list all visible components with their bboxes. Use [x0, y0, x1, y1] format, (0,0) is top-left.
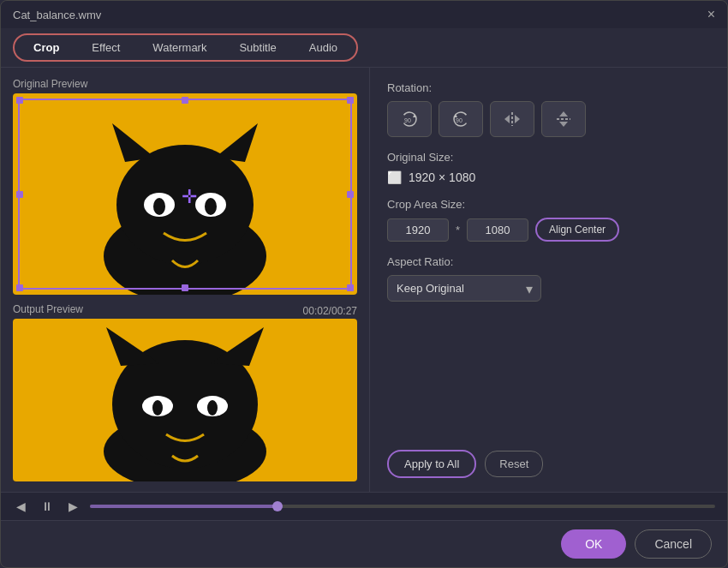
original-preview-box: ✛: [13, 93, 357, 295]
cancel-button[interactable]: Cancel: [635, 529, 712, 559]
svg-text:90: 90: [456, 117, 462, 123]
content-area: Original Preview: [1, 68, 727, 492]
orig-size-row: ⬜ 1920 × 1080: [387, 170, 710, 184]
footer: OK Cancel: [1, 520, 727, 567]
action-buttons-row: Apply to All Reset: [387, 450, 710, 478]
rotate-cw-button[interactable]: 90: [387, 101, 432, 137]
crop-area-row: * Align Center: [387, 218, 710, 242]
app-window: Cat_balance.wmv × Crop Effect Watermark …: [0, 0, 728, 568]
output-preview-box: [13, 319, 357, 481]
svg-marker-10: [106, 327, 159, 366]
flip-h-button[interactable]: [490, 101, 534, 137]
svg-marker-24: [559, 111, 568, 117]
svg-point-6: [153, 198, 165, 215]
pause-button[interactable]: ⏸: [38, 498, 57, 515]
apply-all-button[interactable]: Apply to All: [387, 450, 476, 478]
original-size-section: Original Size: ⬜ 1920 × 1080: [387, 151, 710, 184]
aspect-ratio-wrapper: Keep Original 16:9 4:3 1:1 9:16 Custom: [387, 275, 541, 302]
rotate-ccw-button[interactable]: 90: [439, 101, 483, 137]
flip-h-icon: [503, 110, 522, 129]
cat-figure-output: [74, 327, 296, 481]
cat-figure-original: [74, 115, 296, 295]
tabs-wrapper: Crop Effect Watermark Subtitle Audio: [13, 33, 358, 62]
size-frame-icon: ⬜: [387, 170, 402, 184]
crop-area-label: Crop Area Size:: [387, 198, 710, 211]
original-preview-label: Original Preview: [13, 78, 357, 90]
time-display: 00:02/00:27: [303, 305, 357, 317]
align-center-button[interactable]: Align Center: [535, 218, 619, 242]
crop-width-input[interactable]: [387, 218, 449, 242]
tab-effect[interactable]: Effect: [76, 37, 135, 58]
svg-marker-11: [211, 327, 264, 366]
left-panel: Original Preview: [1, 68, 369, 492]
svg-marker-21: [504, 115, 510, 123]
svg-marker-25: [559, 122, 568, 127]
svg-point-7: [205, 198, 217, 215]
step-forward-button[interactable]: ▶: [65, 498, 81, 515]
aspect-ratio-label: Aspect Ratio:: [387, 255, 710, 268]
ok-button[interactable]: OK: [561, 529, 626, 559]
aspect-ratio-section: Aspect Ratio: Keep Original 16:9 4:3 1:1…: [387, 255, 710, 302]
rotation-label: Rotation:: [387, 81, 710, 94]
progress-thumb[interactable]: [272, 501, 283, 511]
reset-button[interactable]: Reset: [485, 451, 543, 477]
flip-v-icon: [554, 110, 573, 129]
svg-point-15: [207, 400, 218, 416]
window-title: Cat_balance.wmv: [13, 9, 101, 21]
svg-point-14: [152, 400, 163, 416]
controls-bar: ◀ ⏸ ▶: [1, 492, 727, 520]
rotation-section: Rotation: 90 90: [387, 81, 710, 137]
close-button[interactable]: ×: [707, 8, 715, 21]
output-preview-label: Output Preview: [13, 303, 83, 315]
tabs-row: Crop Effect Watermark Subtitle Audio: [1, 28, 727, 68]
original-size-label: Original Size:: [387, 151, 710, 164]
tab-crop[interactable]: Crop: [18, 37, 75, 58]
progress-fill: [90, 505, 277, 508]
svg-marker-2: [112, 123, 155, 162]
rotate-cw-icon: 90: [400, 110, 419, 129]
tab-audio[interactable]: Audio: [294, 37, 353, 58]
rotate-ccw-icon: 90: [451, 110, 470, 129]
original-preview-section: Original Preview: [13, 78, 357, 295]
step-back-button[interactable]: ◀: [13, 498, 29, 515]
output-preview-section: Output Preview 00:02/00:27: [13, 303, 357, 481]
crop-sep: *: [456, 224, 460, 236]
svg-marker-3: [215, 123, 258, 162]
svg-text:90: 90: [404, 117, 411, 123]
svg-point-1: [116, 145, 254, 265]
tab-watermark[interactable]: Watermark: [137, 37, 222, 58]
svg-marker-22: [515, 115, 520, 123]
flip-v-button[interactable]: [541, 101, 586, 137]
progress-bar[interactable]: [90, 505, 715, 508]
tab-subtitle[interactable]: Subtitle: [224, 37, 291, 58]
title-bar: Cat_balance.wmv ×: [1, 1, 727, 28]
crop-area-section: Crop Area Size: * Align Center: [387, 198, 710, 242]
right-panel: Rotation: 90 90: [369, 68, 727, 492]
rotation-buttons: 90 90: [387, 101, 710, 137]
output-label-row: Output Preview 00:02/00:27: [13, 303, 357, 319]
original-size-value: 1920 × 1080: [409, 170, 475, 184]
aspect-ratio-select[interactable]: Keep Original 16:9 4:3 1:1 9:16 Custom: [387, 275, 541, 302]
crop-height-input[interactable]: [467, 218, 528, 242]
